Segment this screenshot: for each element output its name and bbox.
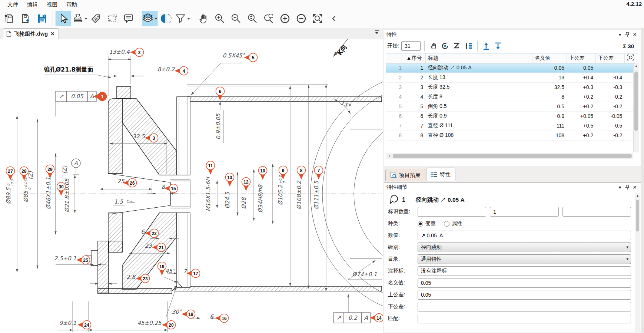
balloon-marker[interactable]: 29: [46, 165, 54, 179]
field-input[interactable]: [418, 266, 631, 276]
renumber-path-icon[interactable]: [452, 41, 462, 51]
zoom-vertical-button[interactable]: [245, 11, 260, 26]
tag-button[interactable]: [88, 11, 104, 26]
radio-dot-icon[interactable]: [444, 221, 449, 227]
zoom-in-button[interactable]: [212, 11, 228, 26]
menu-item-0[interactable]: 文件: [3, 1, 23, 8]
capture-column-header[interactable]: [624, 53, 635, 63]
field-input[interactable]: [418, 314, 631, 323]
table-row[interactable]: 33长度 32.532.5+0.3-0.3: [386, 82, 635, 92]
column-header[interactable]: 标题: [425, 53, 532, 63]
marquee-select-button[interactable]: 1A: [104, 11, 120, 26]
radio-dot-icon[interactable]: [418, 221, 423, 227]
column-header[interactable]: ▲序号: [404, 53, 425, 63]
balloon-marker[interactable]: 18: [182, 310, 195, 319]
sort-list-icon[interactable]: [464, 41, 474, 51]
save-button[interactable]: [34, 11, 50, 26]
balloon-marker[interactable]: 5: [244, 53, 258, 62]
balloon-marker[interactable]: 10: [259, 166, 267, 180]
column-header[interactable]: 上公差: [567, 53, 595, 63]
tab-overflow-icon[interactable]: [374, 30, 380, 36]
zoom-plus-button[interactable]: [277, 11, 293, 26]
drawing-canvas[interactable]: 13±0.48±0.20.5X45°锥孔Ø21.8测量面32.52581:50.…: [0, 29, 383, 333]
dock-tab-characteristics[interactable]: 特性: [426, 168, 455, 181]
menu-item-1[interactable]: 编辑: [23, 1, 42, 8]
field-input[interactable]: [418, 231, 631, 240]
zoom-fit-button[interactable]: [310, 11, 325, 26]
zoom-minus-button[interactable]: [293, 11, 309, 26]
layers-button[interactable]: [142, 11, 157, 26]
filter-button[interactable]: [175, 11, 190, 26]
toolbar-overflow-button[interactable]: [326, 11, 342, 26]
panel-close-icon[interactable]: ✕: [631, 184, 638, 191]
start-number-input[interactable]: [401, 41, 421, 51]
renumber-rotate-icon[interactable]: [440, 41, 450, 51]
zoom-out-button[interactable]: [228, 11, 244, 26]
balloon-marker[interactable]: 11: [206, 161, 215, 175]
menu-item-3[interactable]: 帮助: [62, 1, 82, 8]
field-select[interactable]: 径向跳动▾: [418, 243, 631, 252]
stamp-button[interactable]: [72, 11, 87, 26]
radio-option[interactable]: 属性: [444, 220, 462, 227]
table-row[interactable]: 66长度 0.90.9+0.05-0.05: [386, 111, 635, 121]
id-count-input[interactable]: [562, 207, 631, 217]
balloon-marker[interactable]: 27: [6, 167, 15, 181]
field-input[interactable]: [418, 278, 631, 288]
id-count-input[interactable]: [490, 207, 558, 217]
dock-tab-project-extension[interactable]: 项目拓展: [385, 169, 425, 181]
balloon-marker[interactable]: 2: [130, 48, 144, 57]
document-tab-close-icon[interactable]: ✕: [50, 31, 55, 37]
column-header[interactable]: [386, 53, 404, 63]
dropdown-caret-icon[interactable]: [155, 18, 157, 20]
column-header[interactable]: 名义值: [532, 53, 567, 63]
mirror-button[interactable]: [158, 11, 174, 26]
menu-item-2[interactable]: 视图: [42, 1, 62, 8]
panel-close-icon[interactable]: ✕: [631, 31, 638, 38]
dropdown-caret-icon[interactable]: [84, 18, 87, 20]
panel-collapse-chevron-icon[interactable]: ▾: [616, 184, 624, 191]
panel-pin-icon[interactable]: [624, 31, 631, 38]
select-cursor-button[interactable]: [56, 11, 71, 26]
table-row[interactable]: 44长度 88+0.2-0.2: [386, 92, 635, 102]
balloon-marker[interactable]: 15: [164, 184, 178, 193]
radio-option[interactable]: 变量: [418, 220, 436, 227]
details-scrollbar[interactable]: ▲: [635, 193, 640, 332]
dropdown-caret-icon[interactable]: [187, 18, 190, 20]
panel-pin-icon[interactable]: [624, 184, 631, 191]
field-input[interactable]: [418, 290, 631, 300]
chevron-down-icon[interactable]: ▾: [626, 245, 628, 250]
comment-button[interactable]: [121, 11, 136, 26]
table-row[interactable]: 88直径 Ø 108108+0.2-0.2: [386, 131, 635, 140]
table-horizontal-scrollbar[interactable]: ‹: [386, 153, 633, 159]
balloon-marker[interactable]: 26: [123, 179, 137, 187]
balloon-marker[interactable]: 24: [77, 321, 91, 329]
open-document-button[interactable]: [18, 11, 34, 26]
import-down-icon[interactable]: [493, 41, 503, 51]
chevron-down-icon[interactable]: ▾: [626, 257, 628, 261]
field-select[interactable]: 通用特性▾: [418, 254, 631, 264]
table-row[interactable]: 22长度 1313+0.4-0.4: [386, 73, 635, 82]
pan-hand-button[interactable]: [196, 11, 211, 26]
pick-hand-icon[interactable]: [428, 41, 438, 51]
balloon-marker[interactable]: 16: [215, 314, 229, 323]
characteristics-table[interactable]: ▲序号标题名义值上公差下公差 11径向跳动 ↗ 0.05 A0.050.0522…: [386, 53, 635, 141]
balloon-marker[interactable]: 20: [162, 321, 176, 329]
new-document-button[interactable]: [2, 11, 17, 26]
id-count-input[interactable]: [418, 207, 486, 217]
balloon-marker[interactable]: 14: [370, 314, 383, 322]
field-input[interactable]: [418, 302, 631, 311]
balloon-marker[interactable]: 25: [76, 256, 90, 264]
table-vertical-scrollbar[interactable]: ▲: [633, 63, 639, 152]
balloon-marker[interactable]: 7: [315, 166, 323, 180]
table-row[interactable]: 11径向跳动 ↗ 0.05 A0.050.05: [386, 63, 635, 73]
column-header[interactable]: 下公差: [595, 53, 624, 63]
document-tab[interactable]: 飞轮组件.dwg ✕: [3, 28, 59, 39]
export-up-icon[interactable]: [481, 41, 491, 51]
zoom-window-button[interactable]: [261, 11, 276, 26]
balloon-marker[interactable]: 12: [242, 178, 250, 191]
table-row[interactable]: 55倒角 0.50.5+0.2-0.2: [386, 102, 635, 111]
balloon-marker[interactable]: 13: [226, 173, 234, 187]
balloon-marker[interactable]: 8: [297, 166, 306, 180]
panel-collapse-chevron-icon[interactable]: ▾: [616, 31, 624, 38]
table-row[interactable]: 77直径 Ø 111111+0.5-0.5: [386, 121, 635, 131]
